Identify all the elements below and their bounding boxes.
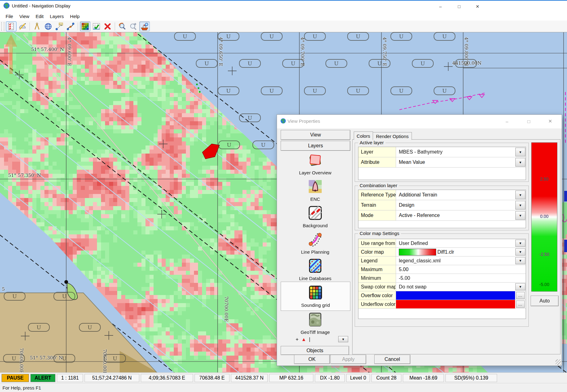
tab-render-options[interactable]: Render Options (373, 132, 412, 140)
menu-edit[interactable]: Edit (32, 13, 47, 20)
property-value[interactable]: MBES - Bathymetry (396, 147, 515, 157)
side-tab-layers[interactable]: Layers (281, 141, 350, 151)
dividers-icon[interactable] (32, 21, 42, 31)
property-value[interactable]: legend_classic.xml (396, 256, 515, 265)
menu-layers[interactable]: Layers (47, 13, 67, 20)
menu-bar: File View Edit Layers Help (0, 12, 567, 21)
dropdown-button[interactable]: ▼ (515, 148, 525, 156)
property-row: Use range fromUser Defined▼ (358, 239, 526, 248)
vessel-follow-icon[interactable] (139, 21, 150, 31)
auto-button[interactable]: Auto (531, 296, 559, 306)
close-button[interactable]: ✕ (471, 2, 484, 11)
title-bar[interactable]: Untitled - Navigation Display – □ ✕ (0, 1, 567, 12)
anchorage-symbol: U (304, 86, 326, 95)
minimize-button[interactable]: – (434, 2, 447, 11)
panel-item-sounding-grid[interactable]: Sounding grid (281, 282, 350, 311)
property-buttons (515, 265, 526, 274)
layer-overview-icon (307, 152, 323, 168)
side-tab-view[interactable]: View (281, 130, 350, 140)
dialog-close-button[interactable]: ✕ (545, 117, 555, 125)
panel-item-label: Layer Overview (281, 170, 350, 175)
grid-accept-icon[interactable] (91, 21, 102, 31)
property-value[interactable]: User Defined (396, 239, 515, 247)
tab-colors[interactable]: Colors (354, 131, 373, 140)
toolbar-grip[interactable] (1, 22, 4, 31)
anchorage-symbol: U (239, 59, 261, 68)
dropdown-button[interactable]: ▼ (515, 283, 525, 291)
dropdown-button[interactable]: ▼ (515, 240, 525, 247)
dialog-resize-grip[interactable] (555, 359, 561, 365)
property-value[interactable]: -5.00 (396, 274, 515, 282)
property-label: Attribute (358, 157, 396, 167)
anchorage-symbol: U (325, 59, 347, 68)
anchorage-symbol: U (390, 32, 412, 41)
svg-text:6.2: 6.2 (60, 23, 62, 25)
dropdown-button[interactable]: ▼ (515, 257, 525, 265)
apply-button[interactable]: Apply (330, 355, 366, 364)
color-grid-icon[interactable] (80, 21, 90, 31)
cancel-button[interactable]: Cancel (374, 355, 410, 364)
anchorage-symbol: U (252, 141, 274, 149)
anchorage-symbol: U (412, 59, 434, 68)
group-title: Color map Settings (358, 231, 401, 236)
survey-checklist-icon[interactable] (6, 21, 16, 31)
property-value[interactable]: Diff1.clr (396, 248, 515, 256)
property-value[interactable] (396, 291, 515, 300)
property-row: AttributeMean Value▼ (358, 157, 526, 168)
property-value[interactable]: Design (396, 200, 515, 210)
property-buttons: ▼ (515, 248, 526, 256)
geodesy-tools-icon[interactable] (17, 21, 28, 31)
zoom-previous-icon[interactable] (117, 21, 127, 31)
menu-help[interactable]: Help (67, 13, 83, 20)
delete-icon[interactable] (102, 21, 113, 31)
dropdown-button[interactable]: ▼ (515, 158, 525, 167)
property-row: Reference TypeAdditional Terrain▼ (358, 190, 526, 200)
view-properties-dialog[interactable]: View Properties – □ ✕ View Layers Layer … (277, 114, 562, 366)
measure-distance-icon[interactable]: 6.2 (54, 21, 65, 31)
property-value[interactable]: 5.00 (396, 265, 515, 274)
panel-item-layer-overview[interactable]: Layer Overview (281, 152, 350, 175)
property-label: Mode (358, 210, 396, 220)
side-tab-objects[interactable]: Objects (281, 346, 349, 355)
dropdown-button[interactable]: ▼ (515, 191, 525, 199)
graticule-label: 4° 09.650' E (218, 37, 224, 66)
property-value[interactable]: Active - Reference (396, 210, 515, 220)
ok-button[interactable]: OK (294, 355, 330, 364)
projection-globe-icon[interactable] (43, 21, 53, 31)
property-value[interactable]: Mean Value (396, 157, 515, 167)
dialog-title-bar[interactable]: View Properties – □ ✕ (277, 115, 562, 128)
dropdown-button[interactable]: ▼ (515, 201, 525, 210)
panel-item-partial[interactable]: + ▲ | (296, 337, 333, 343)
property-label: Terrain (358, 200, 396, 210)
property-value[interactable]: Do not swap (396, 283, 515, 291)
property-row: Maximum5.00 (358, 265, 526, 274)
dialog-maximize-button[interactable]: □ (523, 117, 534, 125)
ellipsis-button[interactable]: ... (516, 301, 525, 308)
route-edit-icon[interactable] (65, 21, 76, 31)
panel-item-line-planning[interactable]: Line Planning (281, 231, 350, 255)
property-buttons (515, 274, 526, 282)
panel-item-geotiff-image[interactable]: GeoTiff Image (281, 311, 350, 335)
maximize-button[interactable]: □ (453, 2, 466, 11)
dropdown-button[interactable]: ▼ (515, 211, 525, 220)
anchorage-symbol: U (434, 86, 455, 95)
panel-item-background[interactable]: Background (281, 205, 350, 228)
property-value[interactable] (396, 300, 515, 308)
panel-item-line-databases[interactable]: Line Databases (281, 258, 350, 281)
property-row: TerrainDesign▼ (358, 200, 526, 210)
ellipsis-button[interactable]: ... (516, 292, 525, 299)
panel-item-label: Line Databases (281, 276, 350, 281)
menu-file[interactable]: File (2, 13, 16, 20)
property-label: Underflow color (358, 300, 396, 308)
anchorage-symbol: U (53, 354, 75, 363)
property-value[interactable]: Additional Terrain (396, 190, 515, 200)
panel-item-enc[interactable]: ENC (281, 178, 350, 202)
dialog-minimize-button[interactable]: – (502, 117, 512, 125)
anchorage-symbol: U (261, 32, 283, 41)
zoom-forward-icon[interactable] (128, 21, 139, 31)
status-section: 441528.37 N (231, 374, 268, 382)
panel-item-label: GeoTiff Image (281, 330, 350, 335)
menu-view[interactable]: View (16, 13, 32, 20)
panel-scroll-down-button[interactable]: ▼ (338, 336, 348, 342)
dropdown-button[interactable]: ▼ (515, 248, 525, 256)
